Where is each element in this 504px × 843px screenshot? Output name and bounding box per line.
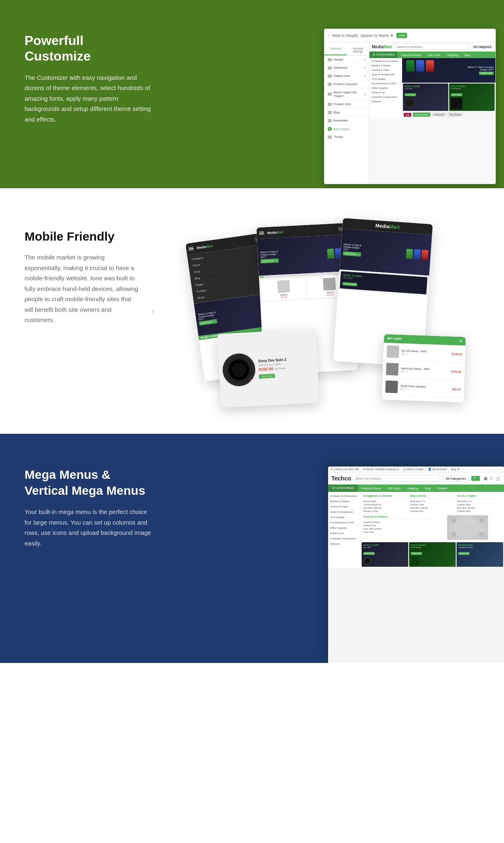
cat-software[interactable]: Software — [369, 99, 402, 104]
tc-link-rayban1[interactable]: Ray-Ban Square — [363, 506, 408, 509]
promo-gaming-btn[interactable]: SHOP NOW — [451, 93, 462, 96]
headphone-details: Sony Dre Solo 2 Sold real loud, highly $… — [258, 357, 288, 379]
tc-grid-icon[interactable]: ⊞ — [484, 476, 487, 481]
tc-cat-car[interactable]: Car Electronic & GPS — [328, 520, 360, 525]
sidebar-header[interactable]: Header 8 — [324, 56, 369, 64]
mobile-title: Mobile Friendly — [25, 229, 139, 244]
tc-link-burberry[interactable]: Burberry Pink — [363, 509, 408, 513]
sidebar-product-grid[interactable]: Product Grid — [324, 100, 369, 108]
tc-link-rayban2[interactable]: Ray-Ban Square — [410, 506, 455, 509]
mob-shop-btn-3[interactable]: SHOP NOW — [343, 251, 361, 257]
tc-nav-categories[interactable]: ☰ CATEGORIES — [328, 485, 358, 492]
tc-cat-software[interactable]: Software — [328, 541, 360, 547]
tc-mega-row-2: Scarves & Gloves Leather Gloves Ribbed K… — [361, 515, 504, 541]
tc-cat-tv[interactable]: TV & Display — [328, 515, 360, 520]
tc-promo-audio-btn[interactable]: SHOP NOW — [363, 552, 375, 555]
nav-shipping[interactable]: Shipping — [444, 52, 461, 58]
customize-description: The Customizer with easy navigation and … — [25, 72, 151, 125]
tc-link-faux-stut[interactable]: Faux Stut — [363, 530, 432, 534]
mob-promo-audio-3: MUSIC & AUDIO Up to 70% SHOP NOW — [340, 271, 427, 295]
tc-cart-icon[interactable]: 🛒 — [496, 476, 501, 481]
tc-search-btn[interactable]: 🔍 — [471, 476, 480, 481]
sidebar-slideshow[interactable]: Slideshow 6 — [324, 64, 369, 72]
cat-audio[interactable]: Audio & Headphones — [369, 72, 402, 77]
tc-link-round[interactable]: Round Style — [363, 500, 408, 503]
cat-computer[interactable]: Computer & Accessories — [369, 59, 402, 63]
tab-new-arrivals[interactable]: New Arrivals — [413, 113, 430, 117]
tc-cat-mobiles[interactable]: Mobiles & Tablets — [328, 499, 360, 504]
tc-link-faux-silk[interactable]: Faux Silk Gloves — [363, 527, 432, 530]
hamburger-icon[interactable] — [189, 247, 194, 251]
tc-cat-printer[interactable]: Printer & Ink — [328, 531, 360, 536]
sidebar-gallery[interactable]: Gallery Grid 6 — [324, 72, 369, 80]
tc-link-leather-gloves[interactable]: Leather Gloves — [363, 521, 432, 524]
mobile-screenshots-area: MediaMart Category› Home› Shop› Blog› Pa… — [155, 213, 504, 409]
headphones-inner: Sony Dre Solo 2 Sold real loud, highly $… — [217, 329, 319, 408]
nav-featured[interactable]: Featured Brand — [398, 52, 424, 58]
cat-office[interactable]: Office Supplies — [369, 86, 402, 90]
sidebar-product-carousel[interactable]: Product Carousel — [324, 80, 369, 88]
nav-gift[interactable]: Gift Cards — [424, 52, 444, 58]
tc-cat-office[interactable]: Office Supplies — [328, 525, 360, 531]
sidebar-blog[interactable]: Blog — [324, 108, 369, 117]
sidebar-footer[interactable]: Footer — [324, 133, 369, 141]
tc-link-leather1[interactable]: Leather Skin — [410, 503, 455, 506]
cat-tv[interactable]: TV & Display — [369, 77, 402, 81]
tc-link-tortoise[interactable]: Tortoiseshell On — [363, 503, 408, 506]
tc-nav-gift[interactable]: Gift Cards — [385, 485, 404, 492]
sidebar-newsletter[interactable]: Newsletter — [324, 117, 369, 125]
nav-blog[interactable]: Blog — [461, 52, 474, 58]
techco-search[interactable] — [355, 475, 440, 482]
tc-nav-contact[interactable]: Contact — [434, 485, 450, 492]
mediamart-allcats[interactable]: All Categories — [472, 45, 493, 49]
tc-cat-computer[interactable]: Computer & Accessories — [328, 494, 360, 499]
cart-card: MY CART ✕ Dry Dre Beats - 4500Qty: 1 $14… — [382, 334, 466, 399]
tab-top-rated[interactable]: Top Rated — [448, 113, 463, 117]
promo-audio-btn[interactable]: SHOP NOW — [405, 93, 416, 96]
tc-link-rayban3[interactable]: Ray-Ban Square — [457, 506, 502, 509]
tc-link-chanel2[interactable]: Chanel Intro — [457, 509, 502, 513]
tab-sections[interactable]: Sections — [324, 45, 347, 55]
tc-cats-dd[interactable]: All Categories — [443, 476, 469, 482]
tc-promo-phone-btn[interactable]: SHOP NOW — [458, 552, 470, 555]
hamburger-icon-2[interactable] — [259, 231, 264, 235]
tc-nav-featured[interactable]: Featured Brand — [358, 485, 385, 492]
cat-mobiles[interactable]: Mobiles & Tablets — [369, 63, 402, 68]
tc-link-chanel1[interactable]: Chanel Intro — [410, 509, 455, 513]
promo-btn-3[interactable]: SHOP NOW — [342, 282, 357, 286]
cat-components[interactable]: Computer Components — [369, 95, 402, 99]
tc-cat-audio[interactable]: Audio & Headphones — [328, 509, 360, 515]
tc-link-ribbed[interactable]: Ribbed Knit — [363, 524, 432, 527]
add-section-btn[interactable]: + Add section — [324, 125, 369, 133]
mediamart-search[interactable] — [394, 43, 469, 50]
tc-heart-icon[interactable]: ♡ — [490, 476, 493, 481]
watch-red — [426, 60, 434, 72]
mob-shop-btn-2[interactable]: SHOP NOW — [261, 259, 279, 264]
cart-item-2: Samsung Galaxy - 4500Qty: 1 $150.00 — [382, 361, 465, 381]
tc-cat-camera[interactable]: Camera & Video — [328, 504, 360, 509]
tab-featured[interactable]: Featured — [432, 113, 446, 117]
sidebar-about[interactable]: About <span>Gk-<Span> 8 — [324, 88, 369, 100]
tc-gaming-img — [411, 557, 419, 565]
promo-gaming-title: Fast & Strong — [451, 88, 493, 90]
cat-camera[interactable]: Camera & Video — [369, 68, 402, 72]
headphone-btn[interactable]: Get it now — [259, 374, 275, 379]
tc-link-brick2[interactable]: Brick Bat LTV — [457, 500, 502, 503]
tc-cat-components[interactable]: Computer Components — [328, 536, 360, 541]
mob-banner-text: iWatch © New &Unique Design2017 SHOP NOW — [198, 311, 217, 326]
cart-close-btn[interactable]: ✕ — [459, 339, 462, 343]
tc-promo-gaming-btn[interactable]: SHOP NOW — [411, 552, 422, 555]
drone-prop-3 — [451, 532, 456, 537]
nav-categories[interactable]: ☰ CATEGORIES — [369, 52, 398, 58]
tc-nav-blog[interactable]: Blog — [422, 485, 434, 492]
tc-drone-area — [433, 515, 502, 540]
cat-printer[interactable]: Printer & Ink — [369, 90, 402, 95]
tc-link-leather2[interactable]: Leather Skin — [457, 503, 502, 506]
theme-name: Spaces 01 theme ▼ — [360, 34, 394, 38]
tc-nav-shipping[interactable]: Shipping — [404, 485, 422, 492]
tc-header-icons: ⊞ ♡ 🛒 — [484, 476, 501, 481]
tc-link-brick1[interactable]: Brick Bat LTV — [410, 500, 455, 503]
tc-lang: Eng ▼ — [451, 468, 460, 471]
cat-car[interactable]: Car Electronics & GPS — [369, 81, 402, 86]
tab-general[interactable]: General settings — [347, 45, 369, 55]
